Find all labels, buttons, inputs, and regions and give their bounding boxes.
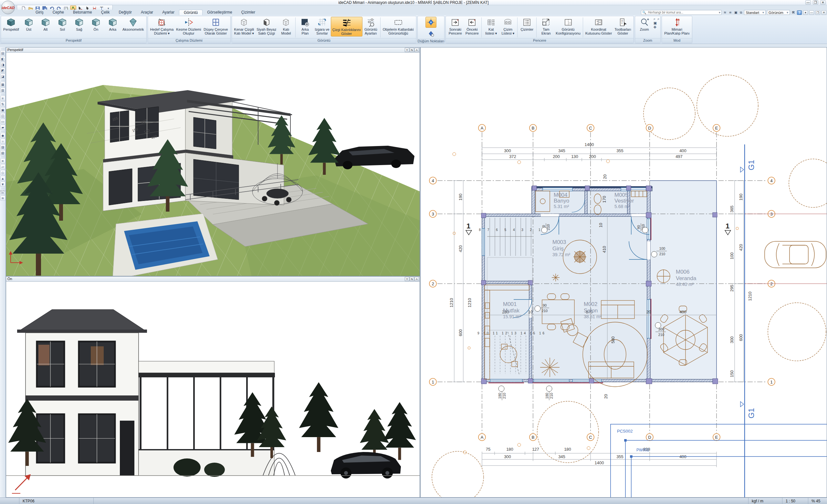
search-caret-icon[interactable]: ▾ xyxy=(719,11,720,14)
ribbon-item-koordinat-kutusu[interactable]: Koordinat Kutusunu Göster xyxy=(584,17,614,36)
ribbon-item-arka-plan[interactable]: Arka Plan xyxy=(297,17,313,36)
tab-betonarme[interactable]: Betonarme xyxy=(68,10,97,15)
maximize-button[interactable]: ❐ xyxy=(813,0,818,4)
ribbon-item-siyah-beyaz[interactable]: Siyah Beyaz Saklı Çizgi xyxy=(255,17,278,36)
ribbon-item-alt[interactable]: Alt xyxy=(37,17,54,32)
left-toolbar-button[interactable]: ▦ xyxy=(0,82,5,87)
help-button[interactable]: ? xyxy=(797,10,802,15)
tab-celik[interactable]: Çelik xyxy=(97,10,114,15)
left-toolbar-button[interactable]: ◨ xyxy=(0,62,5,67)
command-search[interactable]: 🔍 ▾ xyxy=(641,10,722,15)
viewport-button-n[interactable]: N xyxy=(409,48,414,52)
viewport-button-y[interactable]: Y xyxy=(405,48,409,52)
toolbar-config-icon[interactable]: 🛠 xyxy=(791,11,796,14)
zoom-previous-icon[interactable]: ⌕ xyxy=(658,17,659,21)
left-toolbar-button[interactable]: ◇ xyxy=(0,170,5,175)
ribbon-item-toolbarlari-goster[interactable]: Toolbarları Göster xyxy=(613,17,632,36)
tab-cizimler[interactable]: Çizimler xyxy=(237,10,260,15)
perspective-3d-canvas[interactable]: 355 838 400 130 150 xyxy=(6,53,420,276)
left-toolbar-button[interactable]: ◧ xyxy=(0,56,5,61)
ribbon-item-ust[interactable]: Üst xyxy=(20,17,37,32)
ribbon-item-cizgi-kalinliklari[interactable]: Çizgi Kalınlıklarını Göster xyxy=(331,17,362,37)
left-toolbar-button[interactable]: ⇅ xyxy=(0,101,5,107)
ribbon-item-arka[interactable]: Arka xyxy=(104,17,121,32)
mdi-caret-button[interactable]: ▾ xyxy=(803,10,808,15)
ribbon-item-goruntu-konfigurasyonu[interactable]: Görüntü Konfigürasyonu xyxy=(554,17,581,36)
left-toolbar-button[interactable]: ◩ xyxy=(0,68,5,73)
node-points-toggle[interactable] xyxy=(426,17,436,28)
ribbon-item-tam-ekran[interactable]: Tam Ekran xyxy=(538,17,554,36)
status-zoom[interactable]: % 45 xyxy=(808,498,827,504)
left-toolbar-button[interactable]: ▲ xyxy=(0,176,5,181)
ribbon-item-objelerin-gorunurlugu[interactable]: Objelerin Katlardaki Görünürlüğü xyxy=(382,17,415,36)
viewport-plan[interactable]: 8 7 6 5 4 3 2 1 9 10 11 12 13 14 15 16 xyxy=(420,47,827,498)
ribbon-item-cizim-listesi[interactable]: Çizim Listesi ▾ xyxy=(499,17,516,36)
ribbon-item-dusey-cerceve[interactable]: Düşey Çerçeve Olarak Göster xyxy=(202,17,229,36)
ribbon-item-sol[interactable]: Sol xyxy=(54,17,71,32)
zoom-window-icon[interactable]: ⌕ xyxy=(653,17,657,21)
left-toolbar-button[interactable]: ▤ xyxy=(0,50,5,56)
blackbox-icon[interactable]: ▣ xyxy=(734,11,738,14)
left-toolbar-button[interactable]: ◆ xyxy=(0,133,5,138)
layer-stack-icon[interactable]: ≋ xyxy=(723,11,727,14)
style-select[interactable]: Standart▾ xyxy=(744,10,766,15)
ribbon-item-sag[interactable]: Sağ xyxy=(71,17,88,32)
ribbon-item-perspektif[interactable]: Perspektif xyxy=(2,17,20,32)
viewport-front-titlebar[interactable]: Ön Y N A xyxy=(6,276,420,282)
status-layer[interactable]: KTP06 xyxy=(19,498,94,504)
tab-giris[interactable]: Giriş xyxy=(31,10,48,15)
viewport-button-a[interactable]: A xyxy=(415,48,419,52)
tab-degistir[interactable]: Değiştir xyxy=(114,10,136,15)
ribbon-item-kati-model[interactable]: Katı Model xyxy=(278,17,294,36)
front-elevation-canvas[interactable] xyxy=(6,282,420,497)
ribbon-item-hedef-calisma-duzlemi[interactable]: Hedef Çalışma Düzlemi ▾ xyxy=(149,17,175,36)
left-toolbar-button[interactable]: ▥ xyxy=(0,88,5,93)
plan-canvas[interactable]: 8 7 6 5 4 3 2 1 9 10 11 12 13 14 15 16 xyxy=(421,48,827,497)
ribbon-item-kesme-duzlemi[interactable]: Kesme Düzlemi Oluştur xyxy=(175,17,202,36)
auto-label-button[interactable]: AUTOABC xyxy=(0,190,5,195)
ribbon-item-cizimler[interactable]: Çizimler xyxy=(519,17,535,32)
search-input[interactable] xyxy=(647,10,718,14)
status-scale[interactable]: 1 : 50 xyxy=(782,498,808,504)
left-toolbar-button[interactable]: ▧ xyxy=(0,150,5,155)
ribbon-item-zoom[interactable]: Zoom xyxy=(636,17,653,32)
left-toolbar-button[interactable]: ▱ xyxy=(0,164,5,169)
mdi-restore-button[interactable]: ❐ xyxy=(815,10,820,15)
viewport-front[interactable]: Ön Y N A xyxy=(6,276,420,498)
viewport-button-a[interactable]: A xyxy=(415,277,419,281)
find-binoculars-button[interactable]: ≋ xyxy=(0,196,5,201)
ribbon-item-kenar-cizgili[interactable]: Kenar Çizgili Katı Model ▾ xyxy=(233,17,255,36)
ribbon-item-kat-listesi[interactable]: Kat listesi ▾ xyxy=(483,17,499,36)
viewport-button-y[interactable]: Y xyxy=(405,277,409,281)
tab-goruntu[interactable]: Görüntü xyxy=(179,10,202,15)
left-toolbar-button[interactable]: ≡ xyxy=(0,96,5,101)
mdi-minimize-button[interactable]: — xyxy=(809,10,814,15)
ribbon-item-goruntu-ayarlari[interactable]: Görüntü Ayarları xyxy=(362,17,379,36)
tab-ayarlar[interactable]: Ayarlar xyxy=(158,10,179,15)
tab-gorsellestirme[interactable]: Görselleştirme xyxy=(202,10,237,15)
left-toolbar-button[interactable]: ◪ xyxy=(0,74,5,79)
close-button[interactable]: ✕ xyxy=(820,0,826,4)
layer-stack2-icon[interactable]: ≌ xyxy=(728,11,732,14)
tab-cephe[interactable]: Cephe xyxy=(48,10,68,15)
tab-araclar[interactable]: Araçlar xyxy=(136,10,158,15)
ribbon-item-izgara[interactable]: Izgara ve Sınırlar xyxy=(313,17,331,36)
viewport-perspective-titlebar[interactable]: Perspektif Y N A xyxy=(6,48,420,53)
viewport-perspective[interactable]: Perspektif Y N A xyxy=(6,47,420,276)
left-toolbar-button[interactable]: ✕ xyxy=(0,158,5,163)
ribbon-item-mimari-plan[interactable]: Mimari Plan/Kalıp Planı xyxy=(663,17,691,36)
idecad-logo[interactable]: ideCAD xyxy=(1,1,15,14)
left-toolbar-button[interactable]: ○ xyxy=(0,139,5,144)
left-toolbar-button[interactable]: ◫ xyxy=(0,113,5,118)
zoom-extents-icon[interactable]: ▣ xyxy=(653,21,657,25)
left-toolbar-button[interactable]: ▣ xyxy=(0,107,5,112)
left-toolbar-button[interactable]: ▼ xyxy=(0,182,5,187)
zoom-selected-icon[interactable]: ✥ xyxy=(653,25,657,29)
ribbon-item-sonraki-pencere[interactable]: Sonraki Pencere xyxy=(447,17,464,36)
mdi-close-button[interactable]: ✕ xyxy=(822,10,826,15)
left-toolbar-button[interactable]: ▭ xyxy=(0,119,5,124)
minimize-button[interactable]: — xyxy=(806,0,811,4)
left-toolbar-button[interactable]: ▨ xyxy=(0,144,5,150)
status-unit[interactable]: kgf / m xyxy=(748,498,782,504)
doorwin-icon[interactable]: ⧉ xyxy=(739,11,743,14)
